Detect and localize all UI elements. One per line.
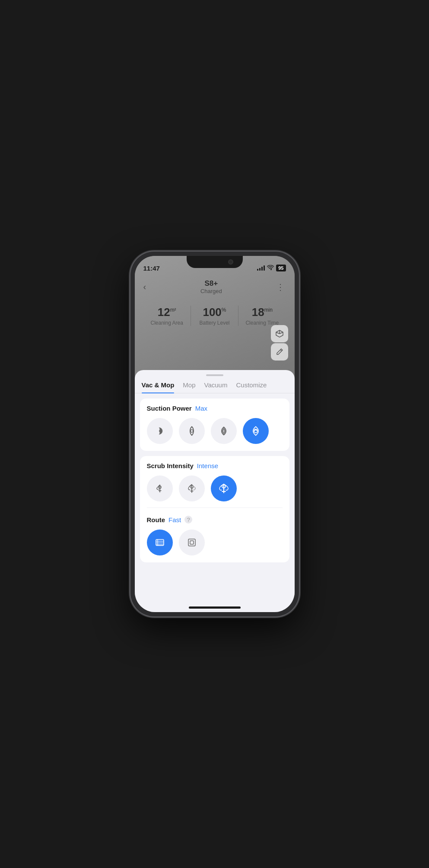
- 3d-view-button[interactable]: [271, 325, 288, 342]
- route-fast-button[interactable]: [147, 530, 173, 555]
- notch: [187, 256, 243, 268]
- cleaning-time-stat: 18min Cleaning Time: [238, 306, 286, 326]
- cleaning-time-value: 18min: [238, 306, 286, 319]
- route-options: [147, 530, 283, 555]
- tab-vacuum[interactable]: Vacuum: [204, 381, 228, 393]
- battery-level-value: 100%: [191, 306, 238, 319]
- battery-indicator: 95: [276, 265, 286, 271]
- cleaning-area-label: Cleaning Area: [143, 320, 191, 326]
- app-header: ‹ S8+ Charged ⋮: [135, 275, 295, 299]
- signal-icon: [257, 265, 265, 271]
- view-icons: [271, 325, 288, 361]
- mode-tabs: Vac & Mop Mop Vacuum Customize: [135, 376, 295, 393]
- suction-options: [147, 418, 283, 444]
- more-button[interactable]: ⋮: [276, 282, 286, 292]
- stats-row: 12m² Cleaning Area 100% Battery Level 18…: [143, 306, 286, 326]
- scrub-intensity-header: Scrub Intensity Intense: [147, 462, 283, 469]
- scrub-intensity-label: Scrub Intensity: [147, 462, 194, 469]
- suction-strong-button[interactable]: [211, 418, 237, 444]
- svg-point-0: [191, 430, 193, 432]
- route-label: Route: [147, 516, 165, 523]
- scrub-intensity-value: Intense: [197, 462, 218, 469]
- svg-rect-7: [188, 539, 195, 546]
- scrub-intense-button[interactable]: [211, 475, 237, 501]
- phone-screen: 11:47 95: [135, 256, 295, 612]
- cleaning-area-stat: 12m² Cleaning Area: [143, 306, 191, 326]
- card-divider: [147, 507, 283, 508]
- route-help-button[interactable]: ?: [184, 516, 192, 523]
- home-indicator: [189, 606, 241, 609]
- scrub-route-card: Scrub Intensity Intense: [140, 456, 289, 562]
- route-header: Route Fast ?: [147, 516, 283, 523]
- suction-power-header: Suction Power Max: [147, 405, 283, 412]
- device-status: Charged: [200, 288, 222, 294]
- tab-mop[interactable]: Mop: [183, 381, 195, 393]
- battery-level-label: Battery Level: [191, 320, 238, 326]
- scrub-options: [147, 475, 283, 501]
- phone-frame: 11:47 95: [130, 252, 299, 616]
- route-value: Fast: [168, 516, 181, 523]
- tab-customize[interactable]: Customize: [236, 381, 267, 393]
- edit-view-button[interactable]: [271, 343, 288, 361]
- svg-rect-8: [190, 541, 194, 544]
- suction-quiet-button[interactable]: [147, 418, 173, 444]
- tab-vac-mop[interactable]: Vac & Mop: [142, 381, 175, 393]
- status-time: 11:47: [143, 265, 160, 272]
- battery-level-stat: 100% Battery Level: [191, 306, 238, 326]
- front-camera: [228, 259, 233, 265]
- suction-power-value: Max: [195, 405, 207, 412]
- suction-power-card: Suction Power Max: [140, 399, 289, 451]
- back-button[interactable]: ‹: [143, 282, 146, 292]
- wifi-icon: [267, 265, 274, 271]
- cleaning-area-value: 12m²: [143, 306, 191, 319]
- device-name: S8+: [200, 279, 222, 288]
- scrub-mild-button[interactable]: [147, 475, 173, 501]
- scrub-moderate-button[interactable]: [179, 475, 205, 501]
- route-section: Route Fast ?: [147, 514, 283, 555]
- suction-standard-button[interactable]: [179, 418, 205, 444]
- bottom-sheet: Vac & Mop Mop Vacuum Customize Suction P…: [135, 370, 295, 612]
- suction-power-label: Suction Power: [147, 405, 192, 412]
- header-center: S8+ Charged: [200, 279, 222, 294]
- route-deep-button[interactable]: [179, 530, 205, 555]
- suction-max-button[interactable]: [243, 418, 269, 444]
- status-icons: 95: [257, 265, 286, 271]
- svg-point-1: [222, 430, 225, 432]
